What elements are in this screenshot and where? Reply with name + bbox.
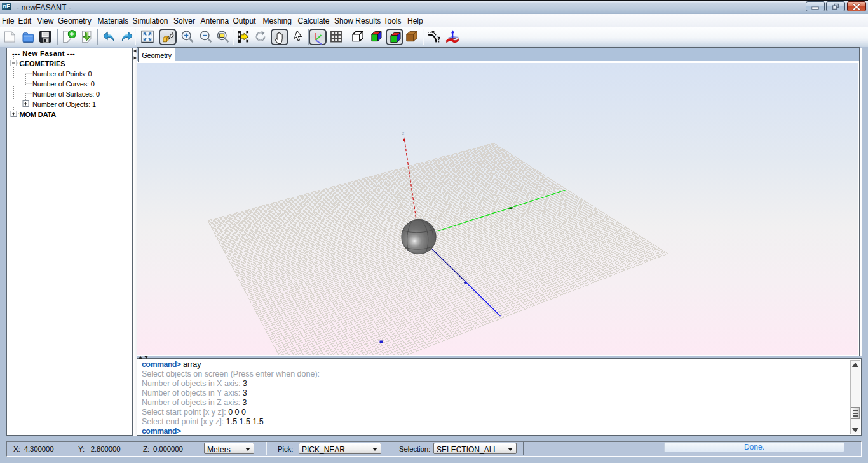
svg-text:z: z [402, 130, 405, 136]
